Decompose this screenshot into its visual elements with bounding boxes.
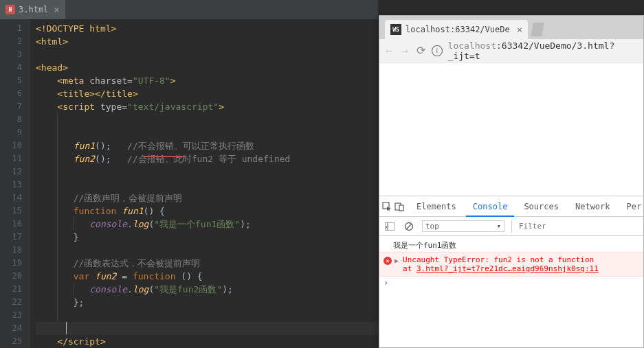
favicon-icon: WS bbox=[390, 24, 401, 35]
clear-console-icon[interactable] bbox=[403, 220, 415, 233]
console-toolbar: top▾ bbox=[379, 217, 643, 236]
new-tab-button[interactable] bbox=[531, 23, 544, 36]
console-error-line: ✕ ▶ Uncaught TypeError: fun2 is not a fu… bbox=[379, 252, 643, 277]
line-number: 20 bbox=[0, 270, 30, 283]
browser-tab[interactable]: WS localhost:63342/VueDe × bbox=[385, 20, 528, 39]
tab-elements[interactable]: Elements bbox=[410, 196, 463, 217]
code-line: <meta charset="UTF-8"> bbox=[36, 74, 378, 87]
code-line: <!DOCTYPE html> bbox=[36, 22, 378, 35]
svg-rect-2 bbox=[399, 205, 403, 211]
line-number: 17 bbox=[0, 231, 30, 244]
line-number-gutter: 1 2 3 4 5 6 7 8 9 10 11 12 13 14 15 16 1… bbox=[0, 19, 30, 348]
line-number: 16 bbox=[0, 218, 30, 231]
line-number: 12 bbox=[0, 165, 30, 178]
code-line: console.log("我是一个fun1函数"); bbox=[36, 218, 378, 231]
line-number: 8 bbox=[0, 113, 30, 126]
code-line bbox=[36, 244, 378, 257]
error-icon: ✕ bbox=[384, 257, 392, 265]
code-line bbox=[36, 126, 378, 139]
line-number: 21 bbox=[0, 283, 30, 296]
console-log-line: 我是一个fun1函数 bbox=[379, 239, 643, 252]
line-number: 13 bbox=[0, 178, 30, 192]
code-area[interactable]: 1 2 3 4 5 6 7 8 9 10 11 12 13 14 15 16 1… bbox=[0, 19, 378, 348]
page-viewport bbox=[379, 62, 643, 196]
devtools-panel: Elements Console Sources Network Per top… bbox=[379, 196, 643, 292]
reload-icon[interactable]: ⟳ bbox=[416, 45, 426, 56]
separator bbox=[511, 220, 512, 233]
code-line bbox=[36, 48, 378, 61]
tab-sources[interactable]: Sources bbox=[517, 196, 566, 217]
code-line: } bbox=[36, 231, 378, 244]
code-line bbox=[36, 309, 378, 322]
console-sidebar-icon[interactable] bbox=[384, 220, 396, 233]
editor-tab-bar: H 3.html × bbox=[0, 0, 378, 19]
console-prompt[interactable]: › bbox=[379, 277, 643, 289]
line-number: 18 bbox=[0, 244, 30, 257]
tab-console[interactable]: Console bbox=[466, 196, 515, 217]
code-line: <html> bbox=[36, 35, 378, 48]
tab-performance[interactable]: Per bbox=[620, 196, 644, 217]
html-file-icon: H bbox=[5, 5, 15, 14]
error-text: Uncaught TypeError: fun2 is not a functi… bbox=[403, 255, 599, 273]
line-number: 11 bbox=[0, 152, 30, 165]
code-line bbox=[36, 178, 378, 192]
browser-tab-title: localhost:63342/VueDe bbox=[406, 25, 510, 34]
site-info-icon[interactable]: i bbox=[432, 45, 442, 56]
text-caret bbox=[66, 322, 67, 334]
editor-tab[interactable]: H 3.html × bbox=[0, 0, 65, 19]
browser-tab-strip: WS localhost:63342/VueDe × bbox=[379, 16, 643, 39]
address-bar: ← → ⟳ i localhost:63342/VueDemo/3.html?_… bbox=[379, 39, 643, 62]
code-line: function fun1() { bbox=[36, 205, 378, 218]
line-number: 23 bbox=[0, 309, 30, 322]
code-line: //函数表达式，不会被提前声明 bbox=[36, 257, 378, 270]
code-line: console.log("我是fun2函数"); bbox=[36, 283, 378, 296]
tab-filename: 3.html bbox=[19, 5, 48, 14]
forward-icon[interactable]: → bbox=[399, 45, 410, 56]
url-display[interactable]: localhost:63342/VueDemo/3.html?_ijt=t bbox=[448, 40, 639, 61]
line-number: 7 bbox=[0, 100, 30, 113]
devtools-tab-bar: Elements Console Sources Network Per bbox=[379, 196, 643, 217]
filter-input[interactable] bbox=[519, 222, 639, 231]
line-number: 24 bbox=[0, 322, 30, 335]
error-underline bbox=[144, 156, 185, 157]
back-icon[interactable]: ← bbox=[384, 45, 394, 56]
close-icon[interactable]: × bbox=[54, 4, 59, 15]
expand-triangle-icon[interactable]: ▶ bbox=[395, 257, 399, 264]
context-selector[interactable]: top▾ bbox=[422, 220, 504, 232]
console-output: 我是一个fun1函数 ✕ ▶ Uncaught TypeError: fun2 … bbox=[379, 236, 643, 292]
line-number: 9 bbox=[0, 126, 30, 139]
code-content[interactable]: <!DOCTYPE html> <html> <head> <meta char… bbox=[30, 19, 378, 348]
code-line bbox=[36, 165, 378, 178]
inspect-icon[interactable] bbox=[382, 200, 392, 213]
line-number: 6 bbox=[0, 87, 30, 100]
code-line: </script> bbox=[36, 335, 378, 348]
browser-window: WS localhost:63342/VueDe × ← → ⟳ i local… bbox=[379, 15, 644, 348]
code-line: <title></title> bbox=[36, 87, 378, 100]
code-line: var fun2 = function () { bbox=[36, 270, 378, 283]
line-number: 3 bbox=[0, 48, 30, 61]
line-number: 2 bbox=[0, 35, 30, 48]
svg-line-6 bbox=[406, 224, 412, 229]
chevron-down-icon: ▾ bbox=[496, 222, 501, 231]
line-number: 22 bbox=[0, 296, 30, 309]
code-line: <head> bbox=[36, 61, 378, 74]
code-line: fun1(); //不会报错。可以正常执行函数 bbox=[36, 139, 378, 152]
code-line: <script type="text/javascript"> bbox=[36, 100, 378, 113]
line-number: 5 bbox=[0, 74, 30, 87]
device-toggle-icon[interactable] bbox=[395, 200, 404, 213]
line-number: 1 bbox=[0, 22, 30, 35]
code-line: }; bbox=[36, 296, 378, 309]
code-editor: H 3.html × 1 2 3 4 5 6 7 8 9 10 11 12 13… bbox=[0, 0, 378, 348]
code-line: //函数声明，会被提前声明 bbox=[36, 192, 378, 205]
error-source-link[interactable]: 3.html?_ijt=t7re21dc…eaigd969nshjk0sg:11 bbox=[417, 264, 599, 273]
tab-network[interactable]: Network bbox=[568, 196, 617, 217]
line-number: 25 bbox=[0, 335, 30, 348]
code-line: fun2(); //会报错。此时fun2 等于 undefined bbox=[36, 152, 378, 165]
close-icon[interactable]: × bbox=[517, 24, 522, 35]
line-number: 19 bbox=[0, 257, 30, 270]
line-number: 15 bbox=[0, 205, 30, 218]
line-number: 14 bbox=[0, 192, 30, 205]
line-number: 10 bbox=[0, 139, 30, 152]
code-line-active bbox=[36, 322, 378, 335]
line-number: 4 bbox=[0, 61, 30, 74]
